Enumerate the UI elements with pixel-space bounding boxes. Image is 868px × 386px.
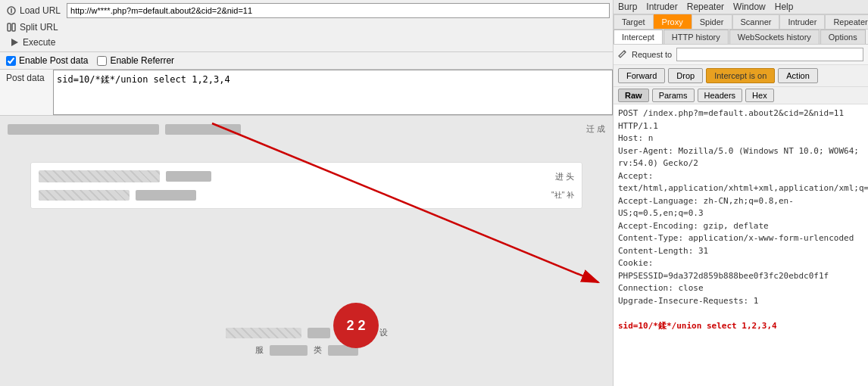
tab-scanner[interactable]: Scanner xyxy=(732,14,780,29)
right-panel: Burp Intruder Repeater Window Help Targe… xyxy=(614,0,868,386)
raw-tab-raw[interactable]: Raw xyxy=(618,89,649,102)
bottom-label-服: 服 xyxy=(255,344,264,356)
enable-post-data-checkbox[interactable]: Enable Post data xyxy=(6,55,88,66)
bottom-label-类: 类 xyxy=(314,344,322,356)
tab-intruder[interactable]: Intruder xyxy=(779,14,825,29)
url-row: Load URL xyxy=(0,2,613,20)
svg-line-7 xyxy=(624,51,626,52)
burp-menubar: Burp Intruder Repeater Window Help xyxy=(614,0,868,14)
browser-content: 迁 成 进 头 "社" 补 xyxy=(0,116,613,386)
request-line-0: POST /index.php?m=default.about2&cid=2&n… xyxy=(618,107,863,132)
svg-rect-3 xyxy=(12,23,15,31)
menu-burp[interactable]: Burp xyxy=(618,2,637,12)
request-line-3: Accept: text/html,application/xhtml+xml,… xyxy=(618,170,863,195)
card-label-2: "社" 补 xyxy=(551,190,574,201)
load-url-icon xyxy=(6,5,17,16)
tab2-websockets[interactable]: WebSockets history xyxy=(729,30,820,44)
bottom-row-2: 服 类 xyxy=(23,344,590,356)
blurred-text-2 xyxy=(39,190,130,201)
menu-help[interactable]: Help xyxy=(775,2,794,12)
split-url-button[interactable]: Split URL xyxy=(3,20,61,34)
raw-tab-hex[interactable]: Hex xyxy=(745,89,774,102)
tab-target[interactable]: Target xyxy=(614,14,654,29)
split-url-icon xyxy=(6,22,17,33)
svg-rect-2 xyxy=(8,23,11,31)
card-area: 进 头 "社" 补 xyxy=(30,162,582,209)
request-to-label: Request to xyxy=(632,50,672,59)
censored-text-2 xyxy=(136,190,196,201)
request-body: POST /index.php?m=default.about2&cid=2&n… xyxy=(614,104,868,386)
censored-block-1 xyxy=(8,124,159,135)
request-header: Request to xyxy=(614,45,868,65)
intercept-on-button[interactable]: Intercept is on xyxy=(706,68,775,83)
tab2-options[interactable]: Options xyxy=(820,30,866,44)
bottom-label-设: 设 xyxy=(379,327,388,338)
request-line-empty xyxy=(618,307,863,320)
action-buttons: Forward Drop Intercept is on Action xyxy=(614,65,868,87)
blurred-bottom-1 xyxy=(226,328,301,338)
pencil-icon xyxy=(618,49,627,61)
request-line-9: Connection: close xyxy=(618,282,863,295)
forward-button[interactable]: Forward xyxy=(618,68,665,83)
request-line-payload: sid=10/*鍒*/union select 1,2,3,4 xyxy=(618,320,863,333)
raw-tabs: Raw Params Headers Hex xyxy=(614,87,868,104)
load-url-button[interactable]: Load URL xyxy=(3,4,64,17)
execute-button[interactable]: Execute xyxy=(6,36,58,49)
request-line-4: Accept-Language: zh-CN,zh;q=0.8,en-US;q=… xyxy=(618,195,863,220)
request-to-input[interactable] xyxy=(676,48,863,61)
referrer-checkbox-input[interactable] xyxy=(97,56,107,66)
request-line-2: User-Agent: Mozilla/5.0 (Windows NT 10.0… xyxy=(618,145,863,170)
card-row-1: 进 头 xyxy=(39,170,574,182)
tab-repeater[interactable]: Repeater xyxy=(825,14,868,29)
status-text: 迁 成 xyxy=(586,123,605,135)
enable-referrer-label: Enable Referrer xyxy=(110,55,174,66)
raw-tab-headers[interactable]: Headers xyxy=(698,89,743,102)
card-label-1: 进 头 xyxy=(555,171,574,182)
post-data-input[interactable]: sid=10/*鍒*/union select 1,2,3,4 xyxy=(53,70,613,115)
burp-tabs-top: Target Proxy Spider Scanner Intruder Rep… xyxy=(614,14,868,30)
raw-tab-params[interactable]: Params xyxy=(652,89,695,102)
tab-spider[interactable]: Spider xyxy=(692,14,732,29)
post-data-wrapper: Post data sid=10/*鍒*/union select 1,2,3,… xyxy=(0,70,613,116)
menu-intruder[interactable]: Intruder xyxy=(646,2,677,12)
execute-row: Execute xyxy=(0,35,613,50)
menu-window[interactable]: Window xyxy=(733,2,766,12)
menu-repeater[interactable]: Repeater xyxy=(687,2,724,12)
left-panel: Load URL Split URL Execute xyxy=(0,0,614,386)
censored-block-2 xyxy=(165,124,241,135)
card-row-2: "社" 补 xyxy=(39,190,574,201)
censored-bottom-1 xyxy=(308,328,330,338)
split-url-label: Split URL xyxy=(20,22,58,33)
circle-badge: 2 2 xyxy=(333,303,379,348)
execute-icon xyxy=(9,37,20,48)
tab2-http-history[interactable]: HTTP history xyxy=(663,30,729,44)
drop-button[interactable]: Drop xyxy=(668,68,703,83)
split-url-row: Split URL xyxy=(0,20,613,35)
toolbar: Load URL Split URL Execute xyxy=(0,0,613,52)
url-input[interactable] xyxy=(67,3,610,18)
enable-referrer-checkbox[interactable]: Enable Referrer xyxy=(97,55,174,66)
request-line-5: Accept-Encoding: gzip, deflate xyxy=(618,220,863,233)
request-line-7: Content-Length: 31 xyxy=(618,245,863,258)
enable-post-data-label: Enable Post data xyxy=(19,55,88,66)
post-data-checkbox-input[interactable] xyxy=(6,56,16,66)
action-button[interactable]: Action xyxy=(778,68,818,83)
request-line-1: Host: n xyxy=(618,132,863,145)
censored-bottom-3 xyxy=(270,345,308,356)
bottom-content: 图 设 服 类 xyxy=(23,327,590,356)
content-row-1: 迁 成 xyxy=(8,123,605,135)
svg-marker-4 xyxy=(11,39,18,46)
execute-label: Execute xyxy=(23,37,55,48)
tab2-intercept[interactable]: Intercept xyxy=(614,30,663,44)
bottom-row-1: 图 设 xyxy=(23,327,590,338)
options-bar: Enable Post data Enable Referrer xyxy=(0,52,613,70)
tab-proxy[interactable]: Proxy xyxy=(654,14,692,29)
blurred-text-1 xyxy=(39,170,160,182)
censored-text-1 xyxy=(166,171,211,182)
browser-area: 迁 成 进 头 "社" 补 xyxy=(0,116,613,386)
request-line-8: Cookie: PHPSESSID=9da372d859b888bee0f3fc… xyxy=(618,257,863,282)
load-url-label: Load URL xyxy=(20,5,61,16)
circle-badge-text: 2 2 xyxy=(346,318,365,334)
post-data-label: Post data xyxy=(0,70,53,115)
request-line-10: Upgrade-Insecure-Requests: 1 xyxy=(618,295,863,308)
